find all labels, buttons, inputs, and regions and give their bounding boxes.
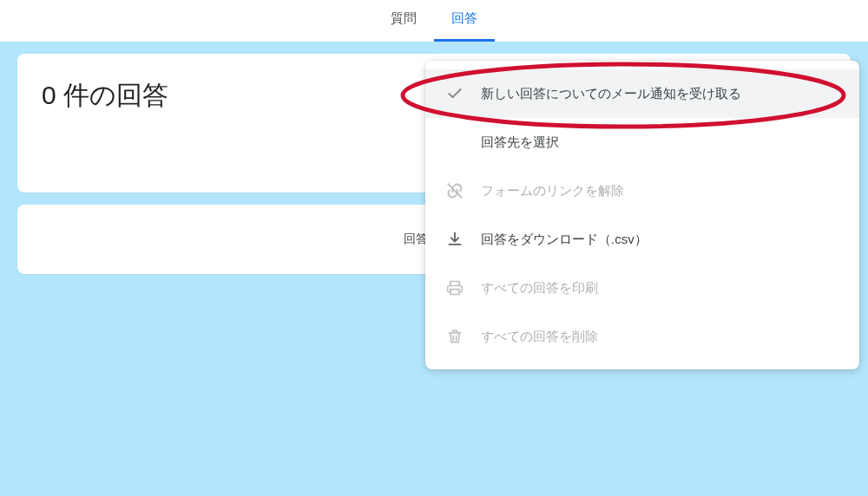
tabs-bar: 質問 回答 bbox=[0, 0, 868, 42]
unlink-icon bbox=[444, 180, 465, 201]
menu-item-label: 回答をダウンロード（.csv） bbox=[481, 232, 840, 248]
menu-item-label: フォームのリンクを解除 bbox=[481, 183, 840, 199]
print-icon bbox=[444, 277, 465, 298]
tab-questions[interactable]: 質問 bbox=[373, 0, 434, 42]
menu-item-delete-all: すべての回答を削除 bbox=[425, 312, 859, 361]
menu-item-label: すべての回答を削除 bbox=[481, 329, 840, 345]
tab-responses[interactable]: 回答 bbox=[434, 0, 495, 42]
download-icon bbox=[444, 229, 465, 250]
check-icon bbox=[444, 83, 465, 104]
menu-item-email-notifications[interactable]: 新しい回答についてのメール通知を受け取る bbox=[425, 69, 859, 118]
options-menu: 新しい回答についてのメール通知を受け取る 回答先を選択 フォームのリンクを解除 … bbox=[425, 61, 859, 369]
blank-icon bbox=[444, 132, 465, 153]
menu-item-select-destination[interactable]: 回答先を選択 bbox=[425, 118, 859, 166]
menu-item-print-all: すべての回答を印刷 bbox=[425, 264, 859, 312]
menu-item-label: 新しい回答についてのメール通知を受け取る bbox=[481, 86, 840, 102]
menu-item-label: 回答先を選択 bbox=[481, 134, 840, 151]
trash-icon bbox=[444, 326, 465, 347]
menu-item-label: すべての回答を印刷 bbox=[481, 280, 840, 297]
menu-item-unlink-form: フォームのリンクを解除 bbox=[425, 166, 859, 215]
menu-item-download-csv[interactable]: 回答をダウンロード（.csv） bbox=[425, 215, 859, 264]
